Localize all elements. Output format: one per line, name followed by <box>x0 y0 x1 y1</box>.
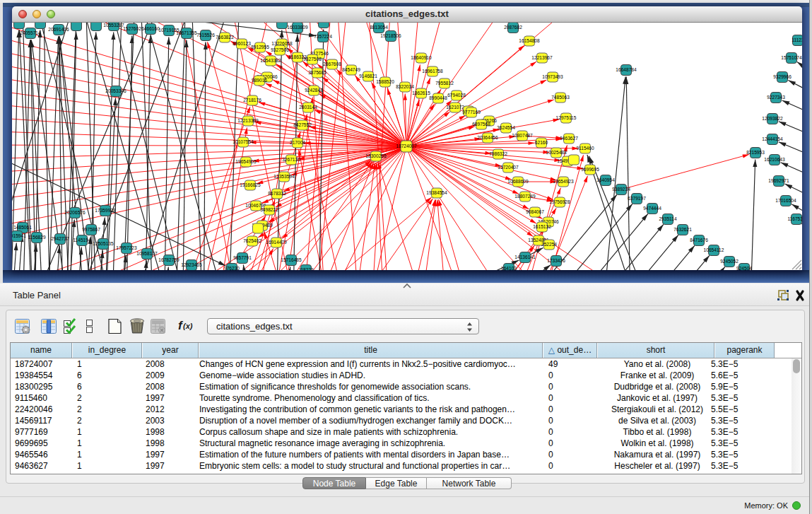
svg-text:16914479: 16914479 <box>266 240 287 245</box>
svg-text:10025488: 10025488 <box>546 150 567 155</box>
svg-text:3915941: 3915941 <box>12 233 26 238</box>
svg-text:6379197: 6379197 <box>628 196 646 201</box>
svg-text:7515526: 7515526 <box>196 33 215 37</box>
svg-text:9242848: 9242848 <box>305 88 323 93</box>
svg-text:18640910: 18640910 <box>411 55 432 60</box>
svg-text:1485061: 1485061 <box>13 225 32 230</box>
svg-text:16648784: 16648784 <box>616 67 637 72</box>
svg-text:12213967: 12213967 <box>531 55 553 60</box>
svg-text:9463627: 9463627 <box>560 136 578 141</box>
svg-text:217004: 217004 <box>290 140 305 145</box>
svg-text:19756928: 19756928 <box>549 199 570 204</box>
svg-text:9777169: 9777169 <box>462 110 481 115</box>
svg-text:11123: 11123 <box>792 37 802 42</box>
svg-text:12353594: 12353594 <box>273 174 295 179</box>
svg-text:1640954: 1640954 <box>596 177 615 182</box>
svg-text:7632621: 7632621 <box>673 227 692 232</box>
svg-text:1145194: 1145194 <box>73 238 91 243</box>
svg-text:17359928: 17359928 <box>95 208 116 213</box>
svg-text:9975867: 9975867 <box>82 227 100 232</box>
svg-text:164103: 164103 <box>501 266 517 270</box>
svg-text:20691406: 20691406 <box>48 27 69 32</box>
svg-text:9699695: 9699695 <box>581 167 599 172</box>
svg-text:2942737: 2942737 <box>51 236 69 241</box>
svg-text:1527602: 1527602 <box>123 26 141 31</box>
svg-text:9327506: 9327506 <box>271 47 289 52</box>
svg-text:9857791: 9857791 <box>233 255 252 260</box>
svg-text:19384554: 19384554 <box>426 190 447 195</box>
svg-text:7955812: 7955812 <box>435 81 454 86</box>
svg-text:16671355: 16671355 <box>176 30 197 35</box>
svg-text:8454749: 8454749 <box>342 67 360 72</box>
svg-text:118223: 118223 <box>298 267 314 270</box>
svg-text:12444154: 12444154 <box>762 136 783 141</box>
svg-text:9474444: 9474444 <box>643 206 661 211</box>
svg-text:62160: 62160 <box>535 140 548 145</box>
svg-text:9327508: 9327508 <box>303 57 322 62</box>
svg-text:7485063: 7485063 <box>551 95 570 100</box>
svg-text:9084067: 9084067 <box>526 209 544 214</box>
svg-text:16033809: 16033809 <box>287 25 308 30</box>
svg-text:3875685: 3875685 <box>308 70 326 75</box>
svg-text:12923465: 12923465 <box>181 262 202 267</box>
svg-text:1588520: 1588520 <box>376 79 394 84</box>
svg-text:10553287: 10553287 <box>103 23 124 28</box>
svg-text:8471676: 8471676 <box>690 238 708 243</box>
svg-text:12505135: 12505135 <box>93 241 114 246</box>
svg-text:8912955: 8912955 <box>251 45 269 49</box>
svg-text:1733426: 1733426 <box>547 258 565 263</box>
svg-text:8427552: 8427552 <box>293 122 312 127</box>
svg-text:2803144: 2803144 <box>299 105 317 110</box>
svg-text:1621072: 1621072 <box>446 105 464 110</box>
svg-text:8678332: 8678332 <box>268 191 286 196</box>
svg-text:9227343: 9227343 <box>767 95 785 100</box>
svg-text:9389234: 9389234 <box>612 187 630 192</box>
svg-text:9329966: 9329966 <box>773 74 792 79</box>
svg-text:17957223: 17957223 <box>116 245 137 250</box>
svg-text:18807249: 18807249 <box>514 194 536 199</box>
svg-text:8215953: 8215953 <box>746 150 765 155</box>
svg-text:7625402: 7625402 <box>243 238 261 243</box>
svg-text:19654905: 19654905 <box>235 159 257 164</box>
svg-text:19166825: 19166825 <box>240 182 261 187</box>
svg-text:1362615: 1362615 <box>412 90 430 95</box>
svg-text:10688609: 10688609 <box>507 179 529 184</box>
svg-text:17016504: 17016504 <box>775 198 796 203</box>
svg-text:924504: 924504 <box>736 266 752 270</box>
svg-text:10807487: 10807487 <box>512 133 533 138</box>
svg-text:7986322: 7986322 <box>489 151 507 156</box>
svg-text:8990448: 8990448 <box>429 95 447 100</box>
svg-text:20364456: 20364456 <box>477 135 498 140</box>
svg-text:9115460: 9115460 <box>576 146 594 151</box>
svg-text:16210643: 16210643 <box>764 157 785 162</box>
svg-text:3498222: 3498222 <box>260 207 278 212</box>
svg-text:10973493: 10973493 <box>542 74 563 79</box>
svg-text:252254: 252254 <box>541 242 557 247</box>
svg-text:19654923: 19654923 <box>553 179 574 184</box>
svg-text:1615132: 1615132 <box>533 224 551 229</box>
svg-text:3624554: 3624554 <box>497 125 515 130</box>
svg-text:8960123: 8960123 <box>233 41 251 46</box>
svg-text:10958107: 10958107 <box>136 251 158 256</box>
svg-text:16961758: 16961758 <box>422 69 443 74</box>
svg-text:10107554: 10107554 <box>233 139 254 144</box>
svg-text:18300295: 18300295 <box>365 153 387 158</box>
svg-text:7357224: 7357224 <box>314 34 332 39</box>
svg-text:16782759: 16782759 <box>158 257 180 262</box>
svg-text:14136141: 14136141 <box>514 255 536 259</box>
svg-text:8813054: 8813054 <box>370 25 388 30</box>
svg-text:2718176: 2718176 <box>243 98 261 103</box>
svg-text:1156829: 1156829 <box>28 235 46 240</box>
svg-text:6794028: 6794028 <box>447 93 466 98</box>
svg-text:20053346: 20053346 <box>105 88 126 93</box>
svg-text:6897568: 6897568 <box>472 122 490 127</box>
svg-text:12975115: 12975115 <box>556 115 577 120</box>
svg-text:18724007: 18724007 <box>396 144 417 148</box>
svg-text:2867608: 2867608 <box>323 62 341 66</box>
svg-text:15751074: 15751074 <box>781 55 802 60</box>
svg-text:9146821: 9146821 <box>359 74 377 78</box>
svg-text:15716485: 15716485 <box>281 257 302 262</box>
svg-text:7663822: 7663822 <box>216 35 234 40</box>
svg-text:6466160: 6466160 <box>141 26 160 31</box>
svg-text:12213369: 12213369 <box>237 118 259 123</box>
